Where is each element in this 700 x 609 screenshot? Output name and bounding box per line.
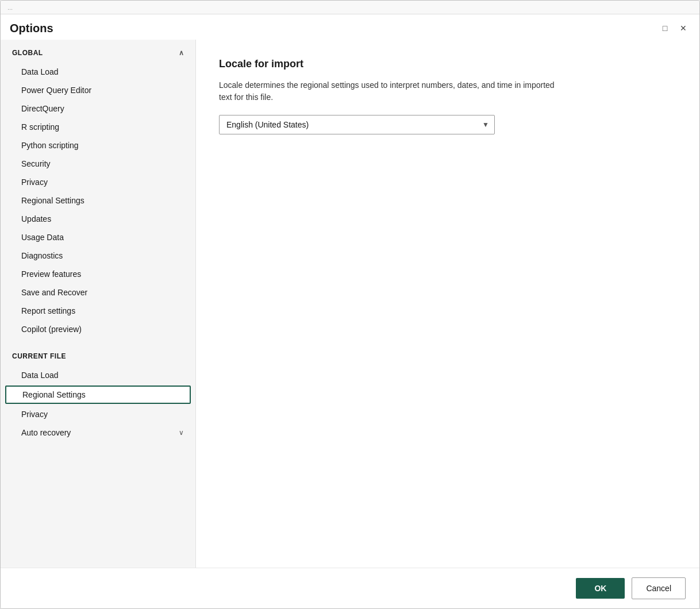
- content-title: Locale for import: [219, 58, 676, 70]
- sidebar-item-privacy[interactable]: Privacy: [1, 173, 195, 191]
- cancel-button[interactable]: Cancel: [632, 577, 686, 599]
- sidebar-item-usage-data[interactable]: Usage Data: [1, 228, 195, 246]
- sidebar-item-data-load[interactable]: Data Load: [1, 63, 195, 81]
- sidebar-item-save-and-recover[interactable]: Save and Recover: [1, 283, 195, 302]
- sidebar-item-regional-settings[interactable]: Regional Settings: [1, 191, 195, 210]
- current-file-section: CURRENT FILE Data Load Regional Settings…: [1, 338, 195, 442]
- sidebar-item-preview-features[interactable]: Preview features: [1, 265, 195, 283]
- sidebar-item-cf-privacy[interactable]: Privacy: [1, 405, 195, 423]
- title-bar: Options □ ✕: [1, 14, 699, 40]
- sidebar-item-updates[interactable]: Updates: [1, 210, 195, 228]
- dialog-title: Options: [10, 22, 53, 35]
- global-section-label: GLOBAL: [12, 49, 43, 57]
- locale-select-wrapper: English (United States) English (United …: [219, 115, 495, 134]
- sidebar-item-direct-query[interactable]: DirectQuery: [1, 99, 195, 118]
- sidebar-scroll[interactable]: GLOBAL ∧ Data Load Power Query Editor Di…: [1, 40, 195, 568]
- sidebar-item-r-scripting[interactable]: R scripting: [1, 118, 195, 136]
- close-button[interactable]: ✕: [676, 21, 690, 35]
- content-description: Locale determines the regional settings …: [219, 79, 621, 103]
- dialog-body: GLOBAL ∧ Data Load Power Query Editor Di…: [1, 40, 699, 568]
- sidebar-item-cf-data-load[interactable]: Data Load: [1, 366, 195, 384]
- sidebar-item-security[interactable]: Security: [1, 155, 195, 173]
- top-bar-stub: ...: [1, 1, 699, 14]
- sidebar-item-cf-auto-recovery[interactable]: Auto recovery ∨: [1, 423, 195, 442]
- options-dialog: ... Options □ ✕ GLOBAL ∧ Data Load Power…: [0, 0, 700, 609]
- sidebar-item-cf-regional-settings[interactable]: Regional Settings: [5, 386, 191, 404]
- title-bar-controls: □ ✕: [658, 21, 690, 35]
- sidebar-item-report-settings[interactable]: Report settings: [1, 302, 195, 320]
- auto-recovery-label: Auto recovery: [21, 428, 71, 437]
- minimize-button[interactable]: □: [658, 21, 672, 35]
- locale-select[interactable]: English (United States) English (United …: [219, 115, 495, 134]
- ok-button[interactable]: OK: [576, 578, 625, 599]
- sidebar: GLOBAL ∧ Data Load Power Query Editor Di…: [1, 40, 196, 568]
- current-file-chevron-icon: ∨: [179, 429, 184, 437]
- current-file-section-header[interactable]: CURRENT FILE: [1, 343, 195, 366]
- sidebar-item-power-query-editor[interactable]: Power Query Editor: [1, 81, 195, 99]
- current-file-section-label: CURRENT FILE: [12, 352, 66, 360]
- description-line2: text for this file.: [219, 92, 273, 102]
- top-bar-stub-text: ...: [7, 4, 13, 11]
- sidebar-item-copilot-preview[interactable]: Copilot (preview): [1, 320, 195, 338]
- global-section-header[interactable]: GLOBAL ∧: [1, 40, 195, 63]
- dialog-footer: OK Cancel: [1, 568, 699, 608]
- main-content: Locale for import Locale determines the …: [196, 40, 699, 568]
- title-bar-left: Options: [10, 22, 53, 35]
- global-chevron-icon: ∧: [179, 49, 184, 57]
- sidebar-item-diagnostics[interactable]: Diagnostics: [1, 246, 195, 265]
- sidebar-item-python-scripting[interactable]: Python scripting: [1, 136, 195, 155]
- description-line1: Locale determines the regional settings …: [219, 80, 555, 90]
